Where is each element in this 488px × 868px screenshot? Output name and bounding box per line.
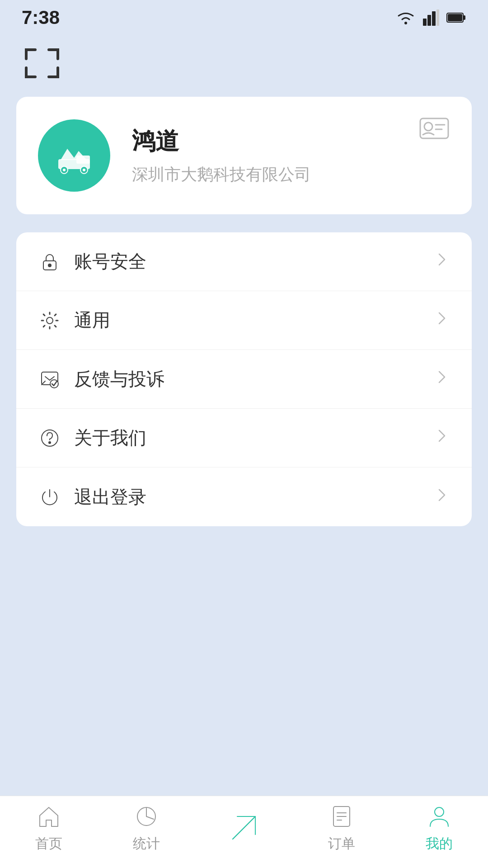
bottom-nav: 首页 统计 (0, 796, 488, 868)
svg-rect-4 (436, 9, 439, 26)
feedback-icon (38, 368, 61, 391)
orders-icon (327, 802, 356, 831)
menu-item-logout[interactable]: 退出登录 (16, 467, 472, 526)
menu-item-general[interactable]: 通用 (16, 291, 472, 350)
stats-icon (132, 802, 161, 831)
profile-company: 深圳市大鹅科技有限公司 (132, 164, 450, 186)
settings-icon (38, 309, 61, 332)
chevron-right-icon-4 (434, 428, 450, 448)
svg-point-0 (404, 22, 407, 24)
chevron-right-icon (434, 251, 450, 272)
menu-label-feedback: 反馈与投诉 (74, 367, 434, 392)
signal-icon (423, 9, 439, 26)
battery-icon (446, 11, 466, 24)
svg-rect-9 (76, 156, 90, 164)
svg-rect-2 (427, 15, 431, 26)
profile-name: 鸿道 (132, 126, 450, 157)
nav-item-orders[interactable]: 订单 (305, 802, 378, 853)
menu-item-feedback[interactable]: 反馈与投诉 (16, 350, 472, 409)
svg-point-13 (83, 169, 85, 171)
profile-info: 鸿道 深圳市大鹅科技有限公司 (132, 126, 450, 186)
status-bar: 7:38 (0, 0, 488, 32)
menu-label-about: 关于我们 (74, 425, 434, 450)
nav-label-home: 首页 (35, 835, 62, 853)
lock-icon (38, 250, 61, 274)
svg-rect-1 (423, 19, 427, 26)
help-icon (38, 426, 61, 450)
nav-item-mine[interactable]: 我的 (403, 802, 475, 853)
nav-label-stats: 统计 (133, 835, 160, 853)
menu-label-logout: 退出登录 (74, 485, 434, 509)
menu-label-account-security: 账号安全 (74, 249, 434, 274)
avatar (38, 119, 110, 192)
person-icon (425, 802, 454, 831)
status-time: 7:38 (22, 7, 60, 28)
profile-card: 鸿道 深圳市大鹅科技有限公司 (16, 97, 472, 214)
send-icon (221, 805, 267, 850)
nav-item-home[interactable]: 首页 (13, 802, 85, 853)
svg-point-17 (48, 264, 51, 267)
nav-label-mine: 我的 (426, 835, 453, 853)
svg-rect-3 (432, 11, 436, 26)
power-icon (38, 485, 61, 509)
nav-label-orders: 订单 (328, 835, 355, 853)
svg-rect-7 (448, 14, 462, 21)
menu-item-account-security[interactable]: 账号安全 (16, 232, 472, 291)
home-icon (34, 802, 63, 831)
menu-item-about[interactable]: 关于我们 (16, 409, 472, 467)
svg-point-22 (49, 442, 51, 443)
chevron-right-icon-3 (434, 369, 450, 389)
svg-point-25 (435, 807, 444, 816)
menu-label-general: 通用 (74, 308, 434, 333)
menu-card: 账号安全 通用 反馈与投诉 (16, 232, 472, 526)
svg-point-12 (63, 169, 66, 171)
chevron-right-icon-5 (434, 487, 450, 507)
nav-item-stats[interactable]: 统计 (110, 802, 183, 853)
id-card-button[interactable] (418, 115, 450, 144)
svg-point-15 (424, 123, 432, 131)
id-card-icon (418, 115, 450, 142)
wifi-icon (396, 9, 416, 26)
svg-rect-6 (463, 15, 465, 20)
svg-point-18 (47, 317, 53, 324)
qr-scan-icon (22, 45, 62, 81)
avatar-icon (52, 133, 97, 178)
qr-scan-area[interactable] (0, 32, 488, 97)
nav-item-send[interactable] (208, 805, 280, 850)
chevron-right-icon-2 (434, 310, 450, 330)
status-icons (396, 9, 466, 26)
